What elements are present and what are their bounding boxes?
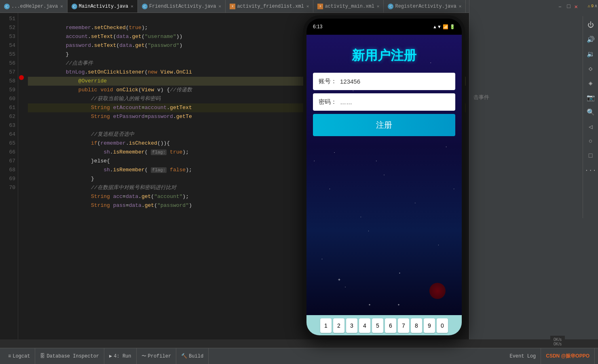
keyboard-number-row: 1 2 3 4 5 6 7 8 9 0 [308,318,460,333]
close-icon[interactable]: ✕ [306,4,309,9]
key-3[interactable]: 3 [346,318,357,333]
minimize-icon[interactable]: － [557,3,563,11]
key-w[interactable]: w2 [333,335,344,339]
close-icon[interactable]: ✕ [377,4,380,9]
profiler-label: Profiler [148,353,171,359]
key-5[interactable]: 5 [372,318,383,333]
build-icon: 🔨 [181,353,187,359]
key-o[interactable]: o9 [424,335,435,339]
phone-status-bar: 6:13 ▲▼ 📶 🔋 [306,19,462,35]
tab-bar: C ...edHelper.java ✕ C MainActivity.java… [0,0,469,13]
password-field[interactable]: 密码： …… [313,93,455,111]
window-controls: － □ ✕ [557,3,578,11]
key-r[interactable]: r4 [359,335,370,339]
c-file-icon: C [4,4,10,9]
right-panel: － □ ✕ ⚠ 9 ∧ ⏻ 🔊 🔉 ◇ ◈ 📷 🔍 ◁ ○ □ ··· 击事件 [469,0,598,339]
key-u[interactable]: u7 [398,335,409,339]
bottom-logcat[interactable]: ≡ Logcat [3,348,35,364]
tab-activity-friendlist-xml[interactable]: X activity_friendlist.xml ✕ [226,0,313,13]
key-6[interactable]: 6 [385,318,396,333]
run-icon: ▶ [109,353,112,359]
db-inspector-label: Database Inspector [46,353,99,359]
event-log-label: Event Log [509,353,536,359]
password-label: 密码： [319,98,337,106]
home-button[interactable]: ○ [585,136,596,147]
phone-device: 6:13 ▲▼ 📶 🔋 新用户注册 账号： 123456 密码： …… 注册 ✦… [303,15,465,339]
warning-expand-icon[interactable]: ∧ [594,3,597,8]
power-button[interactable]: ⏻ [585,19,596,31]
close-icon[interactable]: ✕ [60,4,63,9]
square-button[interactable]: □ [585,150,596,162]
volume-down-button[interactable]: 🔉 [585,48,596,60]
key-0[interactable]: 0 [437,318,448,333]
orb-decoration [429,283,446,299]
phone-keyboard: 1 2 3 4 5 6 7 8 9 0 q1 w2 e3 r4 t5 y6 u7… [306,315,462,339]
bottom-run[interactable]: ▶ 4: Run [104,348,136,364]
profiler-icon: 〜 [142,353,146,360]
maximize-icon[interactable]: □ [567,3,570,11]
xml-file-icon: X [317,4,323,9]
network-speed: 0K/s0K/s [550,336,565,348]
bottom-db-inspector[interactable]: 🗄 Database Inspector [35,348,104,364]
phone-status-icons: ▲▼ 📶 🔋 [433,24,455,29]
account-value: 123456 [340,78,360,85]
key-i[interactable]: i8 [411,335,422,339]
account-field[interactable]: 账号： 123456 [313,73,455,90]
key-y[interactable]: y6 [385,335,396,339]
camera-button[interactable]: 📷 [585,92,596,103]
tab-register-activity[interactable]: C RegisterActivity.java ✕ [384,0,466,13]
back-button[interactable]: ◁ [585,121,596,133]
phone-time: 6:13 [313,24,322,29]
warning-badge: ⚠ 9 ∧ [587,3,597,8]
password-value: …… [340,99,352,105]
line-numbers: 51 52 53 54 55 56 57 58 59 60 61 62 63 6… [0,13,18,339]
right-toolbar: ⏻ 🔊 🔉 ◇ ◈ 📷 🔍 ◁ ○ □ ··· [583,16,598,218]
erase-button[interactable]: ◇ [585,63,596,74]
close-window-icon[interactable]: ✕ [575,3,578,11]
key-2[interactable]: 2 [333,318,344,333]
right-code-text: 击事件 [473,93,489,102]
volume-up-button[interactable]: 🔊 [585,34,596,45]
star-deco2: ✦ [338,276,341,283]
erase2-button[interactable]: ◈ [585,78,596,89]
bottom-event-log[interactable]: Event Log [505,348,541,364]
build-label: Build [189,353,203,359]
phone-notch [360,19,408,30]
close-icon[interactable]: ✕ [131,4,133,9]
run-label: 4: Run [114,353,131,359]
bottom-build[interactable]: 🔨 Build [176,348,209,364]
csdn-label: CSDN @振华OPPO [546,353,590,360]
key-9[interactable]: 9 [424,318,435,333]
app-title: 新用户注册 [306,35,462,73]
key-1[interactable]: 1 [320,318,332,333]
c-file-icon: C [142,4,148,9]
keyboard-qwerty-row: q1 w2 e3 r4 t5 y6 u7 i8 o9 p0 [308,335,460,339]
register-button[interactable]: 注册 [313,114,455,136]
star-decoration: ✦ ✦ [368,302,400,307]
logcat-icon: ≡ [8,353,11,359]
key-8[interactable]: 8 [411,318,422,333]
warning-icon: ⚠ [587,3,590,8]
more-button[interactable]: ··· [585,165,596,176]
tab-friend-list-activity[interactable]: C FriendListActivity.java ✕ [138,0,226,13]
phone-app-content: 新用户注册 账号： 123456 密码： …… 注册 ✦ ✦ ✦ [306,35,462,315]
xml-file-icon: X [230,4,235,9]
key-t[interactable]: t5 [372,335,383,339]
key-q[interactable]: q1 [320,335,332,339]
bottom-profiler[interactable]: 〜 Profiler [137,348,177,364]
bottom-status-bar: ≡ Logcat 🗄 Database Inspector ▶ 4: Run 〜… [0,348,598,364]
key-4[interactable]: 4 [359,318,370,333]
close-icon[interactable]: ✕ [459,4,462,9]
account-label: 账号： [319,78,337,85]
phone-form: 账号： 123456 密码： …… [306,73,462,111]
tab-activity-main-xml[interactable]: X activity_main.xml ✕ [313,0,384,13]
c-file-icon: C [388,4,393,9]
key-p[interactable]: p0 [437,335,448,339]
zoom-button[interactable]: 🔍 [585,107,596,118]
key-e[interactable]: e3 [346,335,357,339]
close-icon[interactable]: ✕ [219,4,222,9]
tab-main-activity[interactable]: C MainActivity.java ✕ [68,0,138,13]
tab-seeded-helper[interactable]: C ...edHelper.java ✕ [0,0,68,13]
key-7[interactable]: 7 [398,318,409,333]
db-inspector-icon: 🗄 [40,353,45,359]
